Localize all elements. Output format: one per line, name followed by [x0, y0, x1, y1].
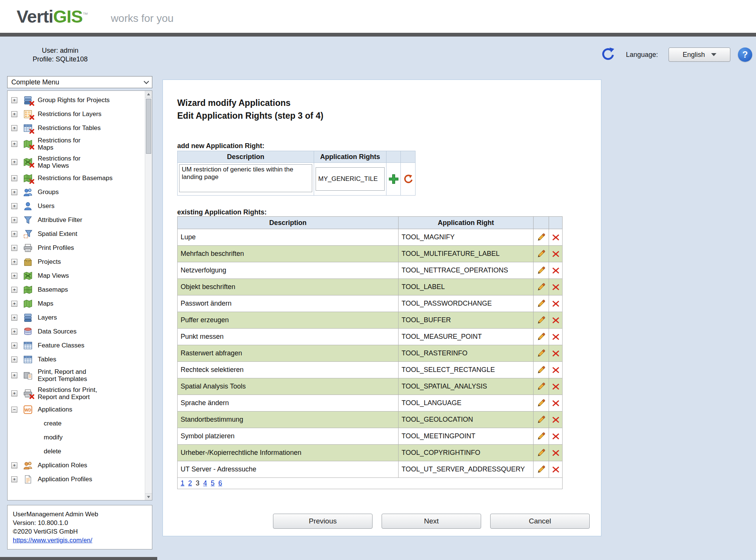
edit-pencil-icon[interactable]: [536, 349, 546, 358]
delete-x-icon[interactable]: [551, 316, 560, 325]
expand-toggle-icon[interactable]: +: [11, 287, 17, 293]
expand-toggle-icon[interactable]: +: [11, 462, 17, 468]
new-right-description-input[interactable]: UM restriction of generic tiles within t…: [179, 164, 312, 192]
page-link[interactable]: 5: [211, 479, 215, 487]
previous-button[interactable]: Previous: [273, 514, 373, 529]
expand-toggle-icon[interactable]: +: [11, 315, 17, 321]
expand-toggle-icon[interactable]: +: [11, 259, 17, 265]
expand-toggle-icon[interactable]: +: [11, 372, 17, 378]
delete-x-icon[interactable]: [551, 448, 560, 457]
delete-x-icon[interactable]: [551, 382, 560, 391]
delete-x-icon[interactable]: [551, 332, 560, 341]
collapse-toggle-icon[interactable]: −: [11, 407, 17, 413]
delete-x-icon[interactable]: [551, 432, 560, 441]
edit-pencil-icon[interactable]: [536, 431, 546, 441]
expand-toggle-icon[interactable]: +: [11, 357, 17, 363]
page-link[interactable]: 2: [188, 479, 192, 487]
sidebar-item-restrictions-for-tables[interactable]: +Restrictions for Tables: [11, 121, 142, 135]
delete-x-icon[interactable]: [551, 266, 560, 275]
expand-toggle-icon[interactable]: +: [11, 217, 17, 223]
cancel-button[interactable]: Cancel: [490, 514, 590, 529]
sidebar-item-restrictions-for-print-report-and-export[interactable]: +Restrictions for Print, Report and Expo…: [11, 384, 142, 402]
expand-toggle-icon[interactable]: +: [11, 301, 17, 307]
page-link[interactable]: 6: [218, 479, 222, 487]
edit-pencil-icon[interactable]: [536, 398, 546, 408]
sidebar-item-spatial-extent[interactable]: +Spatial Extent: [11, 227, 142, 241]
edit-pencil-icon[interactable]: [536, 465, 546, 474]
tree-scrollbar[interactable]: [145, 91, 152, 500]
edit-pencil-icon[interactable]: [536, 382, 546, 392]
sidebar-item-application-roles[interactable]: +Application Roles: [11, 458, 142, 472]
help-icon[interactable]: ?: [738, 47, 752, 62]
sidebar-item-restrictions-for-basemaps[interactable]: +Restrictions for Basemaps: [11, 171, 142, 185]
delete-x-icon[interactable]: [551, 349, 560, 358]
new-right-name-input[interactable]: [316, 167, 385, 191]
sidebar-item-maps[interactable]: +Maps: [11, 297, 142, 311]
edit-pencil-icon[interactable]: [536, 233, 546, 242]
sidebar-item-attributive-filter[interactable]: +Attributive Filter: [11, 213, 142, 227]
edit-pencil-icon[interactable]: [536, 365, 546, 375]
sidebar-item-create[interactable]: create: [11, 416, 142, 430]
sidebar-item-restrictions-for-layers[interactable]: +Restrictions for Layers: [11, 107, 142, 121]
expand-toggle-icon[interactable]: +: [11, 189, 17, 195]
sidebar-item-basemaps[interactable]: +Basemaps: [11, 283, 142, 297]
sidebar-item-group-rights-for-projects[interactable]: +Group Rights for Projects: [11, 93, 142, 107]
sidebar-item-application-profiles[interactable]: +Application Profiles: [11, 472, 142, 486]
sidebar-item-tables[interactable]: +Tables: [11, 352, 142, 366]
expand-toggle-icon[interactable]: +: [11, 231, 17, 237]
undo-arrow-icon[interactable]: [403, 174, 413, 184]
scroll-down-button[interactable]: [145, 493, 152, 500]
language-select[interactable]: English: [669, 47, 730, 62]
delete-x-icon[interactable]: [551, 415, 560, 424]
edit-pencil-icon[interactable]: [536, 315, 546, 325]
expand-toggle-icon[interactable]: +: [11, 159, 17, 165]
delete-x-icon[interactable]: [551, 233, 560, 242]
vertigis-link[interactable]: https://www.vertigis.com/en/: [13, 537, 92, 544]
delete-x-icon[interactable]: [551, 299, 560, 308]
sidebar-item-modify[interactable]: modify: [11, 430, 142, 444]
menu-select[interactable]: Complete Menu: [7, 76, 152, 88]
sidebar-item-restrictions-for-map-views[interactable]: +Restrictions for Map Views: [11, 153, 142, 171]
edit-pencil-icon[interactable]: [536, 282, 546, 292]
sidebar-item-applications[interactable]: −WDApplications: [11, 402, 142, 416]
sidebar-item-print-report-and-export-templates[interactable]: +Print, Report and Export Templates: [11, 366, 142, 384]
sidebar-item-projects[interactable]: +Projects: [11, 255, 142, 269]
expand-toggle-icon[interactable]: +: [11, 111, 17, 117]
page-link[interactable]: 4: [203, 479, 207, 487]
delete-x-icon[interactable]: [551, 283, 560, 292]
scroll-up-button[interactable]: [145, 91, 152, 98]
sidebar-item-feature-classes[interactable]: +Feature Classes: [11, 338, 142, 352]
edit-pencil-icon[interactable]: [536, 266, 546, 275]
expand-toggle-icon[interactable]: +: [11, 125, 17, 131]
expand-toggle-icon[interactable]: +: [11, 245, 17, 251]
sidebar-item-map-views[interactable]: +Map Views: [11, 269, 142, 283]
expand-toggle-icon[interactable]: +: [11, 329, 17, 335]
expand-toggle-icon[interactable]: +: [11, 97, 17, 103]
delete-x-icon[interactable]: [551, 366, 560, 375]
expand-toggle-icon[interactable]: +: [11, 273, 17, 279]
expand-toggle-icon[interactable]: +: [11, 343, 17, 349]
edit-pencil-icon[interactable]: [536, 415, 546, 425]
expand-toggle-icon[interactable]: +: [11, 476, 17, 482]
add-plus-icon[interactable]: [388, 173, 399, 185]
sidebar-item-groups[interactable]: +Groups: [11, 185, 142, 199]
edit-pencil-icon[interactable]: [536, 299, 546, 309]
edit-pencil-icon[interactable]: [536, 332, 546, 342]
sidebar-item-restrictions-for-maps[interactable]: +Restrictions for Maps: [11, 135, 142, 153]
edit-pencil-icon[interactable]: [536, 249, 546, 259]
sidebar-item-delete[interactable]: delete: [11, 444, 142, 458]
sidebar-item-print-profiles[interactable]: +Print Profiles: [11, 241, 142, 255]
expand-toggle-icon[interactable]: +: [11, 203, 17, 209]
page-link[interactable]: 1: [181, 479, 184, 487]
delete-x-icon[interactable]: [551, 399, 560, 408]
delete-x-icon[interactable]: [551, 465, 560, 474]
expand-toggle-icon[interactable]: +: [11, 175, 17, 181]
sidebar-item-layers[interactable]: +Layers: [11, 311, 142, 324]
edit-pencil-icon[interactable]: [536, 448, 546, 458]
expand-toggle-icon[interactable]: +: [11, 141, 17, 147]
next-button[interactable]: Next: [382, 514, 481, 529]
refresh-icon[interactable]: [601, 47, 616, 62]
sidebar-item-users[interactable]: +Users: [11, 199, 142, 213]
delete-x-icon[interactable]: [551, 249, 560, 259]
sidebar-item-data-sources[interactable]: +Data Sources: [11, 324, 142, 338]
